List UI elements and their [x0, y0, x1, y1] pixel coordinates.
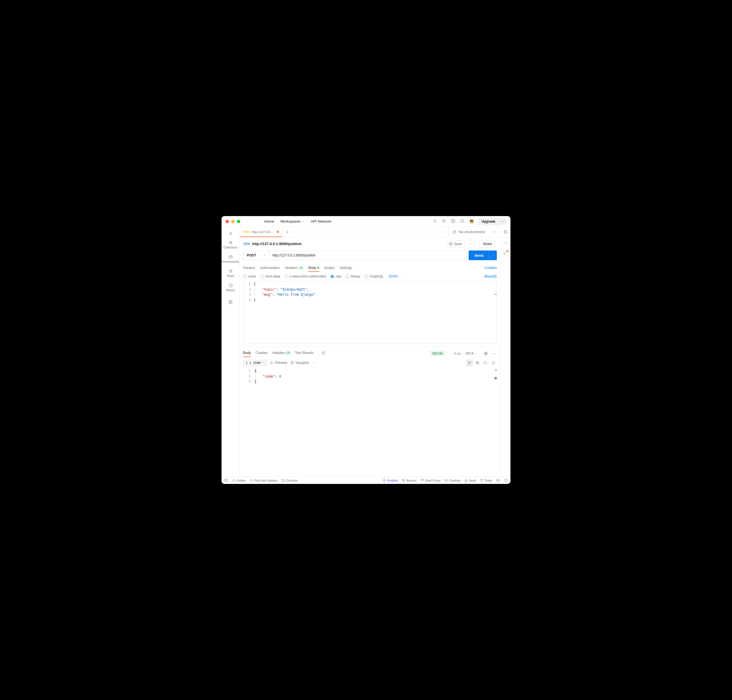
sidebar-history[interactable]: History: [221, 281, 239, 294]
send-button[interactable]: Send: [469, 250, 489, 260]
radio-form-data[interactable]: form-data: [261, 274, 280, 278]
menu-workspaces[interactable]: Workspaces: [278, 218, 307, 225]
svg-rect-14: [231, 301, 232, 302]
nav-arrows: [246, 219, 256, 224]
resp-tab-test-results[interactable]: Test Results: [295, 350, 314, 357]
editor-scroll-mark: [495, 294, 496, 294]
app-window: Home Workspaces API Network 🧑 Upgrade Co…: [221, 216, 511, 484]
resp-history-icon[interactable]: [318, 351, 325, 356]
upgrade-caret[interactable]: [499, 218, 507, 225]
close-window-button[interactable]: [225, 220, 229, 223]
sb-help-icon[interactable]: [504, 478, 508, 482]
svg-point-45: [250, 479, 252, 481]
sb-trash[interactable]: Trash: [480, 479, 492, 482]
resp-tab-cookies[interactable]: Cookies: [255, 350, 268, 357]
method-selector[interactable]: POST: [243, 250, 269, 260]
sidebar-user-icon[interactable]: [225, 230, 236, 237]
tabs-overflow-button[interactable]: [440, 227, 448, 237]
search-icon[interactable]: [433, 219, 437, 224]
svg-point-5: [452, 221, 454, 222]
maximize-window-button[interactable]: [237, 220, 240, 223]
sidebar-collections[interactable]: Collections: [221, 238, 239, 251]
subtab-scripts[interactable]: Scripts: [324, 264, 335, 272]
code-icon[interactable]: [503, 241, 508, 246]
sidebar-environments[interactable]: Environments: [221, 253, 239, 266]
upgrade-button[interactable]: Upgrade: [478, 218, 499, 225]
beautify-link[interactable]: Beautify: [485, 274, 497, 278]
sidebar-add-icon[interactable]: [225, 299, 236, 306]
environment-selector[interactable]: No environment: [449, 227, 500, 237]
subtab-headers[interactable]: Headers (8): [285, 264, 303, 272]
radio-binary[interactable]: binary: [346, 274, 360, 278]
sb-online[interactable]: Online: [232, 479, 246, 482]
wrap-icon[interactable]: [466, 359, 473, 366]
settings-icon[interactable]: [451, 219, 455, 224]
svg-point-38: [484, 361, 486, 364]
subtab-authorization[interactable]: Authorization: [260, 264, 280, 272]
tab-add-button[interactable]: [283, 227, 292, 237]
sb-cookies[interactable]: Cookies: [445, 479, 460, 482]
response-status: 200 OK: [430, 351, 445, 356]
preview-button[interactable]: Preview: [270, 361, 287, 365]
radio-raw[interactable]: raw: [330, 274, 341, 278]
expand-icon[interactable]: [503, 250, 508, 256]
titlebar-icons: 🧑: [433, 219, 474, 224]
share-button[interactable]: Share: [479, 240, 496, 248]
nav-back-button[interactable]: [246, 219, 250, 224]
nav-forward-button[interactable]: [252, 219, 256, 224]
response-body-editor[interactable]: 1{ 2│ "code": 0 3}: [240, 369, 500, 476]
response-view-selector[interactable]: { }JSON: [243, 360, 267, 366]
svg-rect-52: [402, 479, 405, 482]
radio-graphql[interactable]: GraphQL: [365, 274, 384, 278]
sb-layout-icon[interactable]: [496, 478, 500, 482]
left-sidebar: Collections Environments Flows History: [221, 227, 240, 476]
link-icon[interactable]: [490, 359, 497, 366]
svg-point-2: [443, 219, 444, 221]
notifications-icon[interactable]: [460, 219, 464, 224]
copy-icon[interactable]: [474, 359, 481, 366]
sb-panel-icon[interactable]: [224, 478, 228, 482]
url-input[interactable]: [270, 251, 466, 260]
sidebar-flows[interactable]: Flows: [221, 267, 239, 280]
menu-api-network[interactable]: API Network: [309, 218, 334, 225]
subtab-settings[interactable]: Settings: [340, 264, 352, 272]
sb-postbot[interactable]: Postbot: [383, 479, 398, 482]
resp-tab-body[interactable]: Body: [243, 350, 251, 357]
cookies-link[interactable]: Cookies: [485, 266, 497, 270]
sb-start-proxy[interactable]: Start Proxy: [421, 479, 440, 482]
environment-quicklook-icon[interactable]: [500, 230, 511, 234]
svg-point-44: [233, 479, 235, 482]
svg-point-57: [446, 481, 447, 481]
body-lang-selector[interactable]: JSON: [389, 274, 402, 278]
network-icon[interactable]: [483, 350, 489, 357]
menu-home[interactable]: Home: [262, 218, 277, 225]
minimize-window-button[interactable]: [231, 220, 235, 223]
radio-urlencoded[interactable]: x-www-form-urlencoded: [285, 274, 326, 278]
resp-tab-headers[interactable]: Headers (8): [272, 350, 290, 357]
sb-vault[interactable]: Vault: [464, 479, 476, 482]
search-response-icon[interactable]: [482, 359, 489, 366]
titlebar: Home Workspaces API Network 🧑 Upgrade: [221, 216, 511, 227]
invite-icon[interactable]: [442, 219, 446, 224]
send-caret[interactable]: [489, 250, 497, 260]
sidebar-environments-label: Environments: [222, 260, 239, 263]
more-icon[interactable]: [490, 350, 497, 357]
tab-request[interactable]: POST http://127.0.0.1:8000/p: [240, 227, 283, 237]
visualize-caret[interactable]: [312, 361, 315, 365]
resp-scroll-mark: [495, 369, 497, 371]
sb-console[interactable]: Console: [281, 479, 298, 482]
request-body-editor[interactable]: 1{ 2│ "topic": "django/mqtt", 3│ "msg": …: [243, 281, 497, 344]
radio-none[interactable]: none: [243, 274, 256, 278]
svg-rect-7: [229, 256, 232, 258]
svg-rect-22: [504, 231, 507, 233]
sb-find[interactable]: Find and replace: [250, 479, 278, 482]
svg-marker-53: [403, 480, 404, 481]
avatar[interactable]: 🧑: [469, 219, 474, 224]
save-caret[interactable]: [467, 240, 474, 248]
subtab-params[interactable]: Params: [243, 264, 255, 272]
subtab-body[interactable]: Body: [308, 264, 319, 272]
sb-runner[interactable]: Runner: [402, 479, 417, 482]
svg-rect-15: [229, 303, 230, 304]
visualize-button[interactable]: Visualize: [290, 361, 309, 365]
save-button[interactable]: Save: [446, 240, 465, 248]
